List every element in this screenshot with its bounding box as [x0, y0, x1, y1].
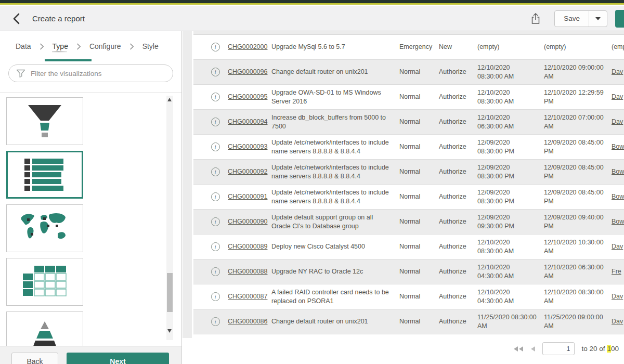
page-number-input[interactable] [542, 342, 575, 355]
table-row[interactable]: i CHG0000090 Update default support grou… [193, 210, 624, 235]
table-row[interactable]: i CHG0000096 Change default router on un… [193, 60, 624, 85]
assigned-to-link[interactable]: Dav [612, 118, 624, 126]
list-chart-icon [24, 158, 65, 191]
first-page-icon [513, 346, 524, 352]
row-info-cell: i [203, 118, 228, 126]
state-value: Authorize [439, 267, 477, 276]
table-row[interactable]: i CHG0002000 Upgrade MySql 5.6 to 5.7 Em… [193, 35, 624, 60]
info-icon[interactable]: i [211, 317, 220, 326]
step-style[interactable]: Style [142, 42, 159, 50]
end-date: 12/10/2020 10:30:00 AM [544, 238, 612, 256]
priority-value: Normal [399, 142, 439, 151]
start-date: 12/09/2020 08:30:00 PM [477, 163, 544, 181]
scroll-up-icon[interactable] [167, 98, 172, 101]
table-row[interactable]: i CHG0000088 Upgrade NY RAC to Oracle 12… [193, 259, 624, 284]
assigned-to-link[interactable]: Dav [612, 242, 624, 251]
step-breadcrumb: Data Type Configure Style [0, 31, 181, 61]
visualization-scrollbar[interactable] [166, 96, 173, 340]
table-row[interactable]: i CHG0000091 Update /etc/network/interfa… [193, 185, 624, 210]
assigned-to-link[interactable]: Dav [612, 68, 624, 76]
short-description: Upgrade MySql 5.6 to 5.7 [271, 43, 399, 51]
viz-option-list[interactable] [6, 151, 83, 199]
table-row[interactable]: i CHG0000086 Change default router on un… [193, 309, 624, 334]
table-row[interactable]: i CHG0000095 Upgrade OWA-SD-01 to MS Win… [193, 85, 624, 110]
info-icon[interactable]: i [211, 93, 220, 101]
viz-option-pyramid[interactable] [6, 311, 83, 346]
end-date: 12/10/2020 08:30:00 AM [544, 288, 612, 306]
scroll-down-icon[interactable] [167, 329, 172, 333]
save-dropdown-button[interactable] [589, 11, 607, 27]
assigned-to-link[interactable]: Dav [612, 292, 624, 301]
info-icon[interactable]: i [211, 267, 220, 276]
table-row[interactable]: i CHG0000089 Deploy new Cisco Catalyst 4… [193, 235, 624, 259]
step-data[interactable]: Data [16, 42, 31, 50]
change-number-link[interactable]: CHG0000086 [228, 317, 271, 326]
info-icon[interactable]: i [211, 43, 220, 51]
back-button[interactable]: Back [11, 353, 58, 364]
info-icon[interactable]: i [211, 142, 220, 151]
end-date: 12/09/2020 09:40:00 PM [544, 213, 612, 231]
start-date: 12/10/2020 04:30:00 AM [477, 288, 544, 306]
info-icon[interactable]: i [211, 217, 220, 226]
start-date: (empty) [477, 43, 544, 51]
viz-option-map[interactable] [6, 204, 83, 252]
assigned-to-link[interactable]: Bow [612, 167, 624, 176]
table-row[interactable]: i CHG0000093 Update /etc/network/interfa… [193, 135, 624, 160]
pyramid-chart-icon [24, 319, 66, 346]
change-number-link[interactable]: CHG0000091 [228, 192, 271, 201]
filter-visualizations-input[interactable] [8, 64, 173, 82]
primary-action-button-partial[interactable] [615, 10, 624, 28]
previous-page-button[interactable] [530, 346, 536, 352]
priority-value: Normal [399, 292, 439, 301]
table-row[interactable]: i CHG0000094 Increase db_block_buffers f… [193, 110, 624, 135]
save-button[interactable]: Save [555, 11, 589, 27]
change-number-link[interactable]: CHG0000088 [228, 267, 271, 276]
end-date: 12/10/2020 07:00:00 AM [544, 113, 612, 131]
info-icon[interactable]: i [211, 192, 220, 201]
info-icon[interactable]: i [211, 242, 220, 251]
state-value: Authorize [439, 192, 477, 201]
change-number-link[interactable]: CHG0000094 [228, 118, 271, 126]
change-number-link[interactable]: CHG0000089 [228, 242, 271, 251]
change-number-link[interactable]: CHG0002000 [228, 43, 271, 51]
change-number-link[interactable]: CHG0000093 [228, 142, 271, 151]
viz-option-table[interactable] [6, 258, 83, 306]
assigned-to-link[interactable]: Fre [612, 267, 624, 276]
change-number-link[interactable]: CHG0000096 [228, 68, 271, 76]
priority-value: Normal [399, 167, 439, 176]
assigned-to-link[interactable]: Bow [612, 142, 624, 151]
step-configure[interactable]: Configure [89, 42, 121, 50]
row-info-cell: i [203, 167, 228, 176]
start-date: 12/09/2020 09:30:00 PM [477, 213, 544, 231]
share-button[interactable] [530, 12, 541, 25]
assigned-to-link[interactable]: Bow [612, 217, 624, 226]
brand-top-strip [0, 0, 624, 5]
clipped-row-top [193, 31, 624, 35]
assigned-to-link[interactable]: Bow [612, 192, 624, 201]
table-row[interactable]: i CHG0000087 A failed RAID controller ca… [193, 284, 624, 309]
priority-value: Normal [399, 93, 439, 101]
scrollbar-thumb[interactable] [167, 273, 173, 312]
end-date: 12/09/2020 08:45:00 PM [544, 163, 612, 181]
chevron-right-icon [40, 43, 44, 50]
info-icon[interactable]: i [211, 68, 220, 76]
first-page-button[interactable] [513, 346, 524, 352]
next-button[interactable]: Next [67, 353, 169, 364]
info-icon[interactable]: i [211, 118, 220, 126]
assigned-to-link[interactable]: Dav [612, 317, 624, 326]
end-date: 12/10/2020 06:30:00 AM [544, 263, 612, 281]
short-description: A failed RAID controller card needs to b… [271, 288, 399, 306]
change-number-link[interactable]: CHG0000095 [228, 93, 271, 101]
change-number-link[interactable]: CHG0000090 [228, 217, 271, 226]
change-number-link[interactable]: CHG0000087 [228, 292, 271, 301]
assigned-to-link[interactable]: (empty) [612, 43, 624, 51]
viz-option-funnel[interactable] [6, 97, 83, 145]
info-icon[interactable]: i [211, 167, 220, 176]
table-row[interactable]: i CHG0000092 Update /etc/network/interfa… [193, 160, 624, 185]
change-number-link[interactable]: CHG0000092 [228, 167, 271, 176]
info-icon[interactable]: i [211, 292, 220, 301]
assigned-to-link[interactable]: Dav [612, 93, 624, 101]
back-navigation-button[interactable] [9, 12, 23, 25]
step-type[interactable]: Type [53, 42, 68, 50]
world-map-icon [18, 210, 71, 246]
